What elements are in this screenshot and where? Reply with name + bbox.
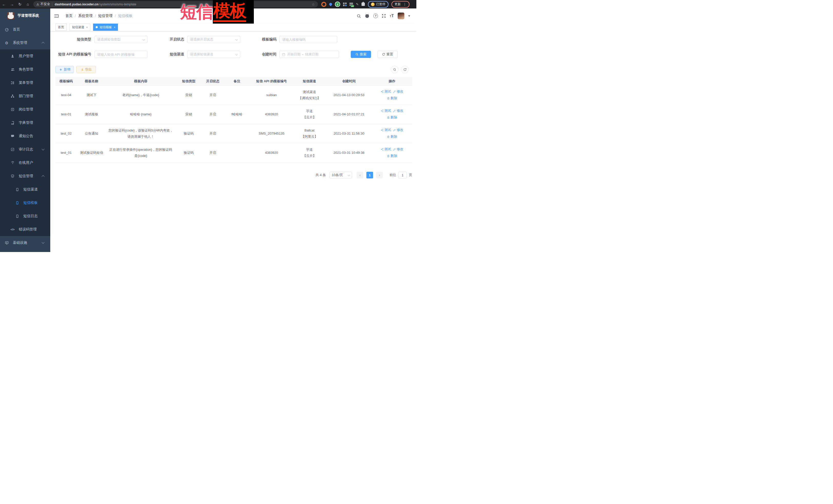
prev-page-button[interactable]: ‹	[357, 172, 363, 178]
tags-view-bar: 首页 短信渠道 × 短信模板 ×	[50, 23, 416, 31]
sidebar-item-sms-log[interactable]: 短信日志	[0, 210, 50, 223]
sidebar-item-posts[interactable]: 岗位管理	[0, 103, 50, 116]
search-button[interactable]: 搜索	[351, 51, 371, 58]
sidebar-item-notice[interactable]: 通知公告	[0, 129, 50, 143]
toggle-search-button[interactable]	[391, 66, 399, 73]
sidebar-item-home[interactable]: 首页	[0, 23, 50, 36]
sidebar-item-system[interactable]: ⚙ 系统管理	[0, 36, 50, 49]
users-icon	[10, 68, 15, 71]
test-link[interactable]: 测试	[381, 146, 391, 152]
breadcrumb: 首页 / 系统管理 / 短信管理 / 短信模板	[65, 14, 133, 18]
bookmark-star-icon[interactable]: ☆	[311, 2, 315, 6]
page-size-select[interactable]: 10条/页	[330, 172, 352, 178]
cell-type: 验证码	[175, 124, 202, 143]
edit-link[interactable]: 修改	[393, 146, 403, 152]
delete-link[interactable]: 删除	[387, 153, 397, 159]
refresh-button[interactable]	[401, 66, 409, 73]
cell-content: 老鸡{name}，牛逼{code}	[106, 86, 175, 105]
extension-green-icon[interactable]: y	[335, 2, 340, 7]
export-button[interactable]: 导出	[76, 66, 96, 73]
reload-icon[interactable]: ↻	[16, 0, 24, 8]
chevron-down-icon	[143, 38, 145, 41]
caret-down-icon[interactable]	[408, 16, 410, 18]
extensions-puzzle-icon[interactable]	[361, 3, 365, 6]
tab-sms-template[interactable]: 短信模板 ×	[93, 24, 118, 31]
font-size-icon[interactable]: TT	[390, 14, 394, 18]
cell-remark: f哈哈哈	[223, 105, 250, 124]
sidebar-item-infrastructure[interactable]: 基础设施	[0, 236, 50, 249]
sidebar-item-users[interactable]: 用户管理	[0, 49, 50, 63]
search-icon[interactable]	[357, 14, 361, 18]
back-icon[interactable]: ←	[0, 0, 8, 8]
delete-link[interactable]: 删除	[387, 114, 397, 120]
sidebar-item-audit-log[interactable]: 审计日志	[0, 143, 50, 156]
profile-paused-pill[interactable]: 已暂停	[368, 1, 388, 8]
extension-pen-icon[interactable]: ✎	[356, 2, 359, 6]
page-number-1[interactable]: 1	[366, 172, 373, 178]
sidebar-item-dict[interactable]: 字典管理	[0, 116, 50, 129]
avatar[interactable]	[398, 13, 404, 19]
extension-drop-icon[interactable]	[329, 2, 333, 6]
template-code-label: 模板编码	[240, 37, 280, 42]
cell-code: test-04	[55, 86, 77, 105]
sidebar-logo-row[interactable]: 芋道管理系统	[0, 8, 50, 23]
close-icon[interactable]: ×	[114, 26, 115, 29]
breadcrumb-sms[interactable]: 短信管理	[98, 14, 113, 18]
edit-link[interactable]: 修改	[393, 89, 403, 95]
sms-type-label: 短信类型	[55, 37, 94, 42]
home-icon[interactable]: ⌂	[24, 0, 32, 8]
help-icon[interactable]: ?	[373, 14, 378, 18]
sidebar-item-departments[interactable]: 部门管理	[0, 90, 50, 103]
test-link[interactable]: 测试	[381, 89, 391, 95]
add-button[interactable]: ＋ 新增	[55, 66, 74, 73]
test-link[interactable]: 测试	[381, 108, 391, 114]
delete-link[interactable]: 删除	[387, 134, 397, 140]
edit-link[interactable]: 修改	[393, 127, 403, 133]
cell-code: test_02	[55, 124, 77, 143]
dashboard-icon	[4, 28, 9, 31]
breadcrumb-system[interactable]: 系统管理	[78, 14, 93, 18]
github-icon[interactable]	[365, 14, 370, 18]
cell-type: 营销	[175, 105, 202, 124]
extensions-row: y on ✎	[321, 2, 365, 7]
sidebar-item-menus[interactable]: 菜单管理	[0, 76, 50, 90]
sidebar-item-sms[interactable]: 短信管理	[0, 169, 50, 183]
address-bar[interactable]: ⚠ 不安全 dashboard.yudao.iocoder.cn/system/…	[33, 1, 318, 7]
extension-tabs-icon[interactable]: on	[350, 3, 353, 6]
forward-icon[interactable]: →	[8, 0, 16, 8]
create-time-label: 创建时间	[240, 52, 280, 57]
reset-button[interactable]: 重置	[377, 51, 398, 58]
close-icon[interactable]: ×	[86, 26, 88, 29]
sidebar-item-sms-template[interactable]: 短信模板	[0, 196, 50, 210]
on-badge: on	[351, 5, 354, 7]
cell-remark	[223, 143, 250, 163]
edit-link[interactable]: 修改	[393, 108, 403, 114]
tab-sms-channel[interactable]: 短信渠道 ×	[70, 24, 90, 31]
tab-home[interactable]: 首页	[55, 24, 67, 31]
sidebar-item-online-users[interactable]: 在线用户	[0, 156, 50, 169]
date-range-picker[interactable]: 开始日期 - 结束日期	[280, 51, 339, 58]
status-select[interactable]: 请选择开启状态	[187, 36, 240, 43]
cell-api-id: 4383920	[250, 105, 293, 124]
menu-kebab-icon[interactable]: ⋮	[403, 2, 406, 6]
delete-link[interactable]: 删除	[387, 95, 397, 101]
cell-created: 2021-04-10 01:07:21	[326, 105, 372, 124]
browser-update-button[interactable]: 更新 ⋮	[391, 1, 409, 8]
sidebar-item-sms-channel[interactable]: 短信渠道	[0, 183, 50, 196]
template-code-input[interactable]	[280, 36, 337, 43]
test-link[interactable]: 测试	[381, 127, 391, 133]
next-page-button[interactable]: ›	[376, 172, 383, 178]
monitor-icon	[4, 241, 9, 245]
fullscreen-icon[interactable]	[382, 14, 386, 18]
sms-type-select[interactable]: 请选择短信类型	[94, 36, 147, 43]
sidebar-item-roles[interactable]: 角色管理	[0, 63, 50, 76]
extension-grid-icon[interactable]	[343, 3, 347, 6]
extension-orange-icon[interactable]	[321, 2, 326, 7]
breadcrumb-home[interactable]: 首页	[65, 14, 73, 18]
goto-page-input[interactable]	[398, 172, 407, 178]
sms-channel-select[interactable]: 请选择短信渠道	[187, 51, 240, 58]
api-template-id-input[interactable]	[94, 51, 147, 58]
sidebar-collapse-icon[interactable]	[54, 14, 59, 18]
chevron-up-icon	[42, 42, 44, 45]
sidebar-item-error-code[interactable]: </> 错误码管理	[0, 223, 50, 236]
